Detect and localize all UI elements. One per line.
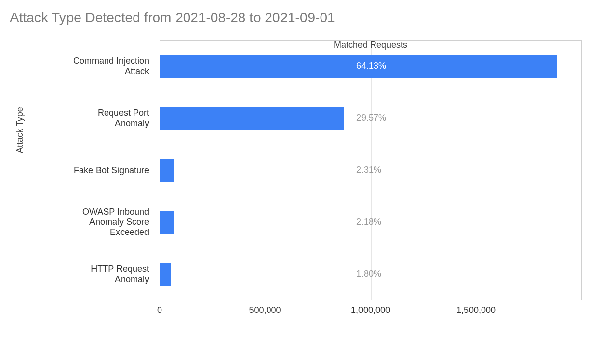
bar-row: 1.80%: [160, 263, 582, 286]
bar-percent-label: 64.13%: [356, 61, 386, 71]
bar-row: 29.57%: [160, 107, 582, 130]
chart-container: Attack Type Detected from 2021-08-28 to …: [0, 0, 589, 364]
bar-percent-label: 2.18%: [356, 217, 381, 227]
x-tick-label: 1,000,000: [351, 305, 390, 315]
y-tick-label: Fake Bot Signature: [27, 165, 149, 176]
y-tick-label: Command InjectionAttack: [27, 56, 149, 76]
y-tick-label: HTTP RequestAnomaly: [27, 264, 149, 284]
bar-row: 64.13%: [160, 55, 582, 78]
x-tick-label: 500,000: [249, 305, 281, 315]
x-tick-label: 0: [157, 305, 162, 315]
chart-title: Attack Type Detected from 2021-08-28 to …: [10, 10, 584, 26]
bar-percent-label: 29.57%: [356, 113, 386, 123]
chart-plot: Attack Type 64.13%29.57%2.31%2.18%1.80% …: [10, 30, 579, 344]
y-tick-label: OWASP InboundAnomaly ScoreExceeded: [27, 207, 149, 237]
bar-row: 2.31%: [160, 159, 582, 182]
bar-row: 2.18%: [160, 211, 582, 234]
bar: [160, 263, 171, 286]
plot-area: 64.13%29.57%2.31%2.18%1.80%: [160, 40, 582, 300]
x-axis-title: Matched Requests: [160, 40, 582, 50]
y-tick-label: Request PortAnomaly: [27, 108, 149, 128]
bar-percent-label: 1.80%: [356, 269, 381, 279]
bar: [160, 159, 174, 182]
x-tick-label: 1,500,000: [456, 305, 496, 315]
bar-percent-label: 2.31%: [356, 165, 381, 175]
bar: [160, 107, 344, 130]
y-axis-title: Attack Type: [15, 107, 25, 153]
bar: [160, 211, 174, 234]
